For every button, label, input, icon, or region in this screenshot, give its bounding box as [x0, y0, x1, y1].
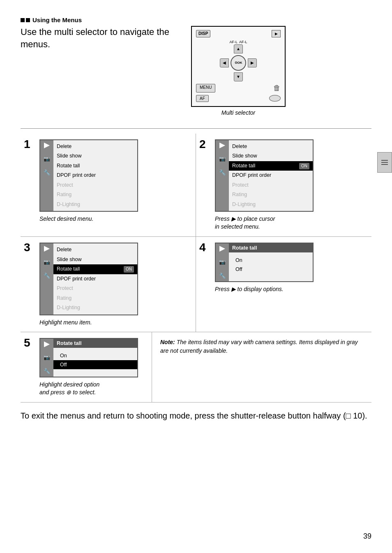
step-4-rotate-content: Rotate tall On Off [229, 243, 313, 281]
disp-button: DISP [196, 30, 210, 37]
step-2-menu: 📷 🔧 Delete Slide show Rotate tallON DPOF… [215, 139, 314, 212]
steps-grid: 1 📷 🔧 Delete Slide show Rotate tall DPOF… [21, 134, 371, 333]
step-5-caption: Highlight desired option and press ⊛ to … [39, 381, 148, 396]
step-4-rotate-title: Rotate tall [229, 243, 313, 252]
step-4-options: On Off [229, 252, 313, 277]
step-2-icons: 📷 🔧 [216, 140, 229, 211]
play-icon-s4 [219, 246, 225, 252]
trash-icon[interactable]: 🗑 [273, 84, 281, 93]
bookmark-line-1 [381, 160, 388, 161]
menu-button[interactable]: MENU [196, 84, 215, 93]
play-icon-s1 [44, 143, 50, 148]
menu-item-rating-s2: Rating [229, 190, 313, 200]
step-5-content: 📷 🔧 Rotate tall On Off Highlight desired… [39, 338, 148, 396]
step-3-cell: 3 📷 🔧 Delete Slide show Rotate tallON DP… [21, 237, 196, 332]
cam-side-btns: MENU 🗑 [196, 84, 281, 93]
top-area: Use the multi selector to navigate the m… [21, 26, 371, 116]
menu-item-protect-s3: Protect [53, 284, 137, 294]
step-1-num: 1 [24, 138, 30, 151]
wrench-icon-s2: 🔧 [219, 169, 226, 176]
camera-label: Multi selector [221, 109, 255, 116]
step5-area: 5 📷 🔧 Rotate tall On Off Highlight desir… [21, 332, 371, 403]
bookmark-lines [381, 160, 388, 165]
bookmark-icon [377, 152, 392, 173]
step5-right: Note: The items listed may vary with cam… [152, 332, 371, 402]
step-1-content: 📷 🔧 Delete Slide show Rotate tall DPOF p… [39, 139, 191, 223]
bottom-text: To exit the menus and return to shooting… [21, 410, 371, 421]
intro-block: Use the multi selector to navigate the m… [21, 26, 177, 58]
menu-item-rating-s3: Rating [53, 294, 137, 303]
menu-item-dlighting-s1: D-Lighting [53, 200, 137, 210]
menu-item-dpof-s1: DPOF print order [53, 171, 137, 180]
menu-item-rotate-s1: Rotate tall [53, 161, 137, 171]
step-4-icons: 📷 🔧 [216, 243, 229, 281]
camera-box: DISP ▶ AF-LAF-L ▲ ▼ ◀ ▶ ⊙OK MENU 🗑 [191, 26, 286, 107]
dpad-up[interactable]: ▲ [234, 44, 243, 53]
camera-icon-s2: 📷 [219, 156, 226, 162]
wrench-icon-s1: 🔧 [44, 169, 50, 176]
camera-icon-s1: 📷 [44, 156, 50, 162]
title-text: Using the Menus [32, 16, 82, 23]
menu-item-delete-s2: Delete [229, 142, 313, 152]
step-4-rotate-menu: 📷 🔧 Rotate tall On Off [215, 243, 314, 282]
wrench-icon-s4: 🔧 [219, 273, 226, 279]
option-on-s5: On [53, 351, 137, 360]
title-icon [21, 18, 30, 22]
step-2-items: Delete Slide show Rotate tallON DPOF pri… [229, 140, 313, 211]
dpad-ok[interactable]: ⊙OK [231, 55, 246, 71]
bookmark-line-3 [381, 164, 388, 165]
menu-item-rating-s1: Rating [53, 190, 137, 200]
camera-diagram: DISP ▶ AF-LAF-L ▲ ▼ ◀ ▶ ⊙OK MENU 🗑 [177, 26, 300, 116]
step-2-num: 2 [199, 138, 206, 151]
step-5-rotate-content: Rotate tall On Off [53, 339, 137, 377]
play-icon-s3 [44, 246, 50, 252]
menu-item-dlighting-s2: D-Lighting [229, 200, 313, 210]
step-5-options: On Off [53, 348, 137, 373]
dpad-right[interactable]: ▶ [248, 58, 257, 67]
cam-top-row: DISP ▶ [196, 30, 281, 37]
cam-oval [269, 95, 281, 102]
menu-item-delete-s3: Delete [53, 245, 137, 255]
step-5-rotate-menu: 📷 🔧 Rotate tall On Off [39, 338, 138, 377]
step-1-cell: 1 📷 🔧 Delete Slide show Rotate tall DPOF… [21, 134, 196, 237]
option-off-s4: Off [229, 265, 313, 274]
dpad: ▲ ▼ ◀ ▶ ⊙OK [220, 44, 257, 81]
section-title: Using the Menus [21, 16, 371, 23]
step-1-caption: Select desired menu. [39, 215, 191, 223]
note-body: The items listed may vary with camera se… [160, 339, 358, 354]
cam-bottom-row: AF [196, 95, 281, 102]
step-3-num: 3 [24, 241, 30, 254]
menu-item-dlighting-s3: D-Lighting [53, 303, 137, 313]
menu-item-protect-s1: Protect [53, 180, 137, 190]
step-3-menu: 📷 🔧 Delete Slide show Rotate tallON DPOF… [39, 243, 138, 315]
step-5-num: 5 [24, 336, 30, 349]
step-4-caption: Press ▶ to display options. [215, 285, 367, 293]
wrench-icon-s3: 🔧 [44, 273, 50, 279]
menu-item-slideshow-s3: Slide show [53, 255, 137, 265]
step-4-num: 4 [199, 241, 206, 254]
menu-item-dpof-s3: DPOF print order [53, 274, 137, 284]
step-1-icons: 📷 🔧 [40, 140, 53, 211]
top-divider [21, 128, 371, 129]
step5-left: 5 📷 🔧 Rotate tall On Off Highlight desir… [21, 332, 152, 402]
step-2-content: 📷 🔧 Delete Slide show Rotate tallON DPOF… [215, 139, 367, 231]
play-icon-s2 [219, 143, 225, 148]
af-button[interactable]: AF [196, 95, 209, 102]
step-2-cell: 2 📷 🔧 Delete Slide show Rotate tallON DP… [196, 134, 371, 237]
step-3-icons: 📷 🔧 [40, 243, 53, 315]
camera-icon-s3: 📷 [44, 259, 50, 265]
step-1-menu: 📷 🔧 Delete Slide show Rotate tall DPOF p… [39, 139, 138, 212]
camera-icon-s4: 📷 [219, 259, 226, 265]
step-5-icons: 📷 🔧 [40, 339, 53, 377]
step-3-items: Delete Slide show Rotate tallON DPOF pri… [53, 243, 137, 315]
menu-item-slideshow-s2: Slide show [229, 151, 313, 161]
dpad-left[interactable]: ◀ [220, 58, 229, 67]
dpad-down[interactable]: ▼ [234, 72, 243, 81]
step-2-caption: Press ▶ to place cursorin selected menu. [215, 215, 367, 231]
bookmark-line-2 [381, 162, 388, 163]
step-4-content: 📷 🔧 Rotate tall On Off Press ▶ to displa… [215, 243, 367, 293]
menu-item-rotate-s2: Rotate tallON [229, 161, 313, 171]
intro-text: Use the multi selector to navigate the m… [21, 26, 177, 50]
menu-item-rotate-s3: Rotate tallON [53, 264, 137, 274]
option-on-s4: On [229, 256, 313, 265]
